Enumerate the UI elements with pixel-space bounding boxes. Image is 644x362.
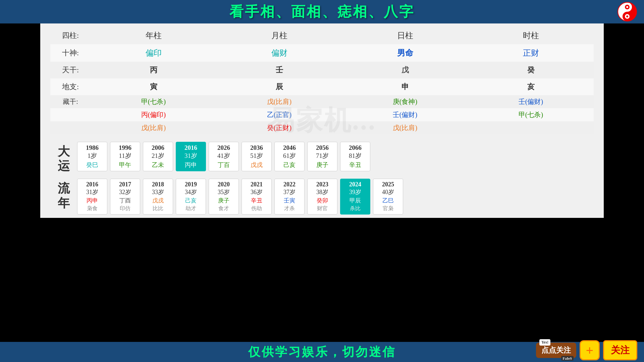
canggan-ri-1: 庚(食神) [342,95,468,108]
dayun-section: 大运 1986 1岁 癸巳1996 11岁 甲午2006 21岁 乙未2016 … [50,142,594,173]
dizhi-shi: 亥 [468,78,594,95]
guanzhu-button[interactable]: 关注 [603,340,637,360]
shishen-shi: 正财 [468,44,594,62]
dayun-item-3[interactable]: 2016 31岁 丙申 [176,142,206,171]
liunian-item-7[interactable]: 2023 38岁 癸卯 财官 [307,179,337,215]
shizhu-header: 时柱 [468,27,594,44]
liunian-item-1[interactable]: 2017 32岁 丁酉 印仿 [110,179,140,215]
dayun-item-4[interactable]: 2026 41岁 丁百 [209,142,239,171]
liunian-item-3[interactable]: 2019 34岁 己亥 劫才 [176,179,206,215]
fales-badge: FaIeS [561,356,574,361]
canggan-shi-3 [468,121,594,134]
bottom-right: Yes! 点点关注 FaIeS + 关注 [536,340,637,360]
shishen-nian: 偏印 [91,44,216,62]
dayun-item-1[interactable]: 1996 11岁 甲午 [110,142,140,171]
liunian-items: 2016 31岁 丙申 枭食2017 32岁 丁酉 印仿2018 33岁 戊戌 … [77,179,403,215]
canggan-label: 藏干: [50,95,91,108]
canggan-nian-3: 戊(比肩) [91,121,216,134]
dizhi-label: 地支: [50,78,91,95]
liunian-item-2[interactable]: 2018 33岁 戊戌 比比 [143,179,173,215]
svg-point-4 [626,15,628,17]
dayun-item-0[interactable]: 1986 1岁 癸巳 [77,142,107,171]
diandianguanzhu-btn[interactable]: Yes! 点点关注 FaIeS [536,343,576,358]
page-title: 看手相、面相、痣相、八字 [229,2,415,21]
tiangan-ri: 戊 [342,62,468,78]
canggan-shi-1: 壬(偏财) [468,95,594,108]
dayun-item-2[interactable]: 2006 21岁 乙未 [143,142,173,171]
liunian-section: 流年 2016 31岁 丙申 枭食2017 32岁 丁酉 印仿2018 33岁 … [50,179,594,215]
shishen-label: 十神: [50,44,91,62]
canggan-ri-2: 壬(偏财) [342,108,468,121]
canggan-yue-2: 乙(正官) [216,108,342,121]
bazi-table: 四柱: 年柱 月柱 日柱 时柱 十神: 偏印 偏财 男命 正财 天干: 丙 壬 … [50,27,594,134]
footer-text: 仅供学习娱乐，切勿迷信 [248,344,396,360]
liunian-item-8[interactable]: 2024 39岁 甲辰 杀比 [340,179,370,215]
sizhu-label: 四柱: [50,27,91,44]
liunian-item-5[interactable]: 2021 36岁 辛丑 伤劫 [241,179,272,215]
dayun-item-7[interactable]: 2056 71岁 庚子 [307,142,337,171]
svg-point-3 [626,6,628,8]
plus-button[interactable]: + [580,340,600,360]
liunian-label: 流年 [50,179,77,210]
dayun-label: 大运 [50,142,77,173]
canggan-ri-3: 戊(比肩) [342,121,468,134]
canggan-shi-2: 甲(七杀) [468,108,594,121]
logo-icon [617,2,637,22]
dayun-item-6[interactable]: 2046 61岁 己亥 [274,142,305,171]
dizhi-nian: 寅 [91,78,216,95]
dayun-item-5[interactable]: 2036 51岁 戊戌 [241,142,272,171]
liunian-item-6[interactable]: 2022 37岁 壬寅 才杀 [274,179,305,215]
tiangan-shi: 癸 [468,62,594,78]
canggan-yue-3: 癸(正财) [216,121,342,134]
shishen-yue: 偏财 [216,44,342,62]
liunian-item-4[interactable]: 2020 35岁 庚子 食才 [209,179,239,215]
bottom-bar: 仅供学习娱乐，切勿迷信 Yes! 点点关注 FaIeS + 关注 [0,342,644,362]
yuezhu-header: 月柱 [216,27,342,44]
main-content: 易家机... 四柱: 年柱 月柱 日柱 时柱 十神: 偏印 偏财 男命 正财 天… [40,23,604,218]
liunian-item-9[interactable]: 2025 40岁 乙巳 官枭 [373,179,403,215]
canggan-yue-1: 戊(比肩) [216,95,342,108]
tiangan-yue: 壬 [216,62,342,78]
dizhi-yue: 辰 [216,78,342,95]
diandianguanzhu-label: 点点关注 [541,346,571,354]
canggan-nian-2: 丙(偏印) [91,108,216,121]
top-bar: 看手相、面相、痣相、八字 [0,0,644,23]
liunian-item-0[interactable]: 2016 31岁 丙申 枭食 [77,179,107,215]
canggan-nian-1: 甲(七杀) [91,95,216,108]
tiangan-label: 天干: [50,62,91,78]
dizhi-ri: 申 [342,78,468,95]
tiangan-nian: 丙 [91,62,216,78]
rizhu-header: 日柱 [342,27,468,44]
yes-badge: Yes! [539,339,550,346]
nianzhu-header: 年柱 [91,27,216,44]
shishen-ri: 男命 [342,44,468,62]
dayun-items: 1986 1岁 癸巳1996 11岁 甲午2006 21岁 乙未2016 31岁… [77,142,370,171]
dayun-item-8[interactable]: 2066 81岁 辛丑 [340,142,370,171]
